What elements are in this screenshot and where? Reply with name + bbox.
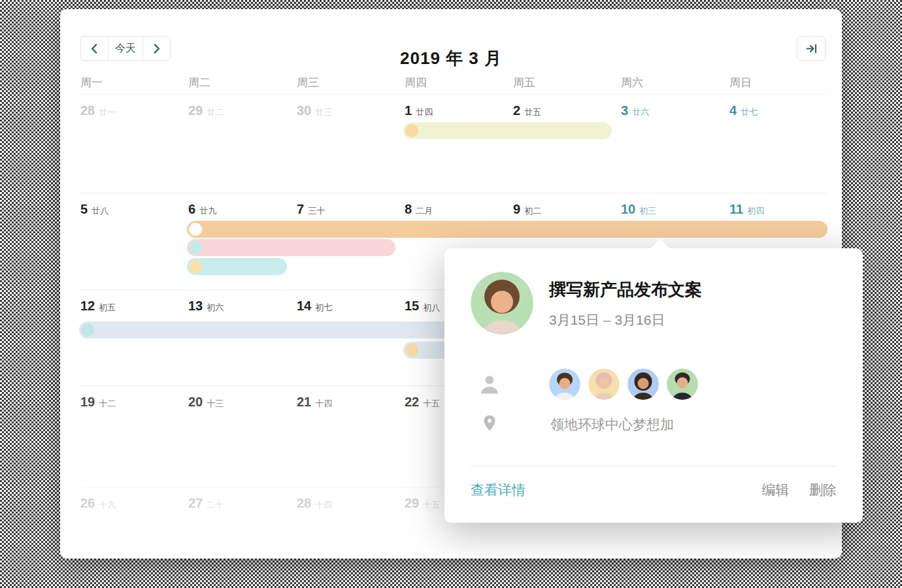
lunar-label: 初八 xyxy=(423,302,440,312)
day-cell[interactable]: 20十三 xyxy=(188,395,224,410)
lunar-label: 二月 xyxy=(416,206,433,216)
day-number: 6 xyxy=(188,202,195,216)
lunar-label: 初七 xyxy=(315,302,332,312)
lunar-label: 十四 xyxy=(315,500,332,510)
chevron-left-icon xyxy=(90,43,99,54)
page-background: 今天 2019 年 3 月 周一 周二 周三 周四 周五 周六 周日 xyxy=(0,0,902,588)
collapse-panel-button[interactable] xyxy=(797,36,826,61)
day-number: 19 xyxy=(80,395,95,409)
day-cell[interactable]: 14初七 xyxy=(297,299,332,314)
weekday-label: 周四 xyxy=(405,75,427,90)
day-cell[interactable]: 5廿八 xyxy=(80,202,109,217)
organizer-avatar xyxy=(471,272,533,335)
attendee-avatar[interactable] xyxy=(549,368,580,400)
day-cell[interactable]: 7三十 xyxy=(297,202,325,217)
lunar-label: 十三 xyxy=(207,399,224,408)
day-cell[interactable]: 1廿四 xyxy=(405,103,433,118)
prev-month-button[interactable] xyxy=(81,37,108,60)
weekday-label: 周三 xyxy=(297,75,319,90)
day-number: 2 xyxy=(513,103,520,118)
lunar-label: 初三 xyxy=(639,206,656,216)
popover-header: 撰写新产品发布文案 3月15日 – 3月16日 xyxy=(471,272,702,335)
edit-button[interactable]: 编辑 xyxy=(762,482,790,497)
person-icon xyxy=(478,373,501,395)
day-cell[interactable]: 22十五 xyxy=(405,395,440,410)
day-number: 4 xyxy=(729,103,737,118)
lunar-label: 廿五 xyxy=(524,107,541,117)
day-number: 20 xyxy=(188,395,203,409)
day-cell[interactable]: 8二月 xyxy=(405,202,433,217)
lunar-label: 十四 xyxy=(315,399,332,408)
lunar-label: 廿一 xyxy=(99,107,116,117)
attendee-avatar[interactable] xyxy=(588,368,620,400)
location-pin-icon xyxy=(478,414,501,435)
day-number: 28 xyxy=(297,496,311,510)
day-cell[interactable]: 3廿六 xyxy=(621,103,649,118)
day-number: 8 xyxy=(405,202,412,216)
day-cell[interactable]: 29十五 xyxy=(405,496,440,511)
event-bar[interactable] xyxy=(187,221,827,238)
popover-actions: 编辑 删除 xyxy=(745,481,837,499)
day-cell[interactable]: 10初三 xyxy=(621,202,656,217)
today-button[interactable]: 今天 xyxy=(108,37,143,60)
event-bar[interactable] xyxy=(187,239,395,256)
lunar-label: 廿八 xyxy=(92,206,109,216)
calendar-toolbar: 今天 2019 年 3 月 xyxy=(60,9,842,74)
day-cell[interactable]: 27二十 xyxy=(188,496,224,511)
day-cell[interactable]: 26十九 xyxy=(80,496,116,511)
lunar-label: 三十 xyxy=(308,206,325,216)
event-bar[interactable] xyxy=(79,321,504,338)
day-number: 11 xyxy=(729,202,743,216)
day-cell[interactable]: 9初二 xyxy=(513,202,541,217)
day-cell[interactable]: 30廿三 xyxy=(297,103,332,118)
day-cell[interactable]: 21十四 xyxy=(297,395,332,410)
lunar-label: 廿三 xyxy=(315,107,332,117)
next-month-button[interactable] xyxy=(143,37,170,60)
event-bar[interactable] xyxy=(403,122,612,139)
day-number: 13 xyxy=(188,299,203,313)
lunar-label: 初四 xyxy=(747,206,764,216)
day-cell[interactable]: 2廿五 xyxy=(513,103,541,118)
location-row: 领地环球中心梦想加 xyxy=(478,414,674,435)
event-location: 领地环球中心梦想加 xyxy=(550,416,674,434)
day-cell[interactable]: 11初四 xyxy=(729,202,764,217)
lunar-label: 十九 xyxy=(99,500,116,510)
day-cell[interactable]: 6廿九 xyxy=(188,202,216,217)
day-cell[interactable]: 29廿二 xyxy=(188,103,224,118)
lunar-label: 廿九 xyxy=(199,206,216,216)
event-dot xyxy=(189,223,202,236)
delete-button[interactable]: 删除 xyxy=(809,482,837,497)
lunar-label: 初二 xyxy=(524,206,541,216)
popover-divider xyxy=(471,466,837,466)
day-cell[interactable]: 19十二 xyxy=(80,395,116,410)
day-cell[interactable]: 13初六 xyxy=(188,299,224,314)
lunar-label: 初六 xyxy=(207,302,224,312)
day-number: 7 xyxy=(297,202,304,216)
day-number: 12 xyxy=(80,299,95,313)
attendee-avatar[interactable] xyxy=(667,368,698,400)
weekday-label: 周五 xyxy=(513,75,535,90)
day-number: 28 xyxy=(80,103,95,118)
lunar-label: 十五 xyxy=(423,500,440,510)
lunar-label: 十五 xyxy=(423,399,440,408)
lunar-label: 二十 xyxy=(207,500,224,510)
day-cell[interactable]: 28廿一 xyxy=(80,103,116,118)
lunar-label: 十二 xyxy=(99,399,116,408)
day-number: 22 xyxy=(405,395,419,409)
day-cell[interactable]: 28十四 xyxy=(297,496,332,511)
popover-footer: 查看详情 编辑 删除 xyxy=(471,481,837,499)
lunar-label: 初五 xyxy=(99,302,116,312)
event-bar[interactable] xyxy=(187,258,287,275)
weekday-label: 周日 xyxy=(729,75,752,90)
day-number: 29 xyxy=(405,496,419,510)
day-cell[interactable]: 12初五 xyxy=(80,299,116,314)
day-cell[interactable]: 4廿七 xyxy=(729,103,758,118)
event-title: 撰写新产品发布文案 xyxy=(549,278,702,301)
attendee-avatar[interactable] xyxy=(627,368,659,400)
day-number: 21 xyxy=(297,395,311,409)
view-details-link[interactable]: 查看详情 xyxy=(471,481,526,499)
event-dot xyxy=(81,323,94,336)
calendar-title: 2019 年 3 月 xyxy=(60,47,842,70)
day-cell[interactable]: 15初八 xyxy=(405,299,440,314)
lunar-label: 廿二 xyxy=(207,107,224,117)
